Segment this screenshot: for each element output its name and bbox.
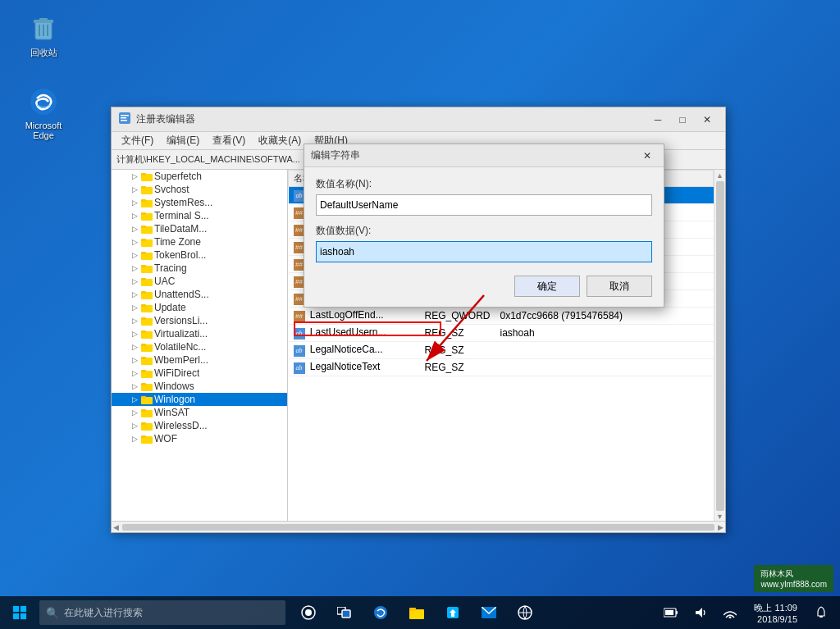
dialog-titlebar: 编辑字符串 ✕ xyxy=(304,144,664,167)
dialog-title: 编辑字符串 xyxy=(311,148,637,162)
desktop: 回收站 Microsoft Edge 注册表编辑器 xyxy=(0,0,840,629)
cancel-button[interactable]: 取消 xyxy=(587,276,652,297)
dialog-body: 数值名称(N): 数值数据(V): 确定 取消 xyxy=(304,167,664,307)
value-name-input[interactable] xyxy=(316,194,652,216)
edit-string-dialog: 编辑字符串 ✕ 数值名称(N): 数值数据(V): 确定 取消 xyxy=(304,144,664,308)
watermark-line2: www.ylmf888.com xyxy=(760,580,827,589)
value-name-label: 数值名称(N): xyxy=(316,177,652,191)
value-data-input[interactable] xyxy=(316,241,652,262)
watermark: 雨林木风 www.ylmf888.com xyxy=(754,565,833,592)
ok-button[interactable]: 确定 xyxy=(514,276,580,297)
dialog-buttons: 确定 取消 xyxy=(316,276,652,297)
dialog-close-button[interactable]: ✕ xyxy=(637,148,657,164)
value-data-label: 数值数据(V): xyxy=(316,224,652,238)
watermark-line1: 雨林木风 xyxy=(760,568,827,580)
dialog-overlay: 编辑字符串 ✕ 数值名称(N): 数值数据(V): 确定 取消 xyxy=(0,0,840,629)
